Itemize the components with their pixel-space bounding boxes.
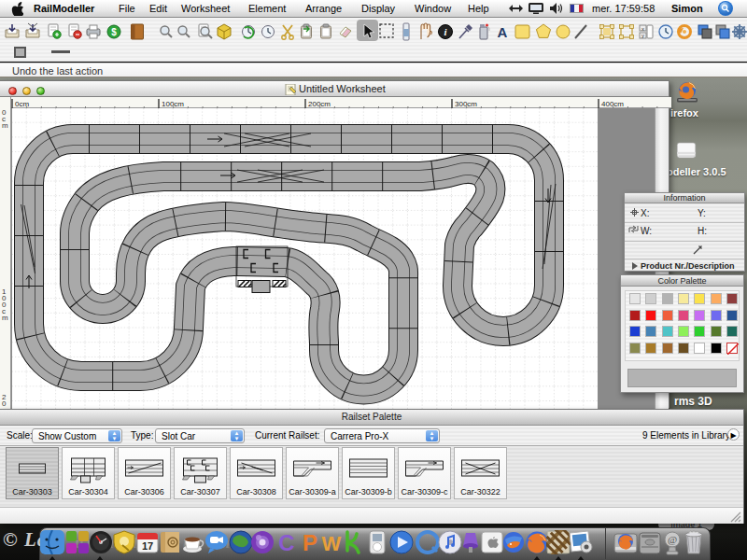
svg-text:y: y [641, 33, 644, 38]
svg-text:200cm: 200cm [308, 100, 331, 108]
svg-text:300cm: 300cm [455, 100, 477, 108]
svg-text:100cm: 100cm [162, 100, 184, 108]
svg-text:$: $ [111, 27, 117, 37]
svg-text:400cm: 400cm [601, 100, 624, 108]
svg-text:x: x [641, 26, 644, 32]
svg-text:A: A [498, 24, 508, 40]
svg-text:0cm: 0cm [15, 100, 29, 108]
